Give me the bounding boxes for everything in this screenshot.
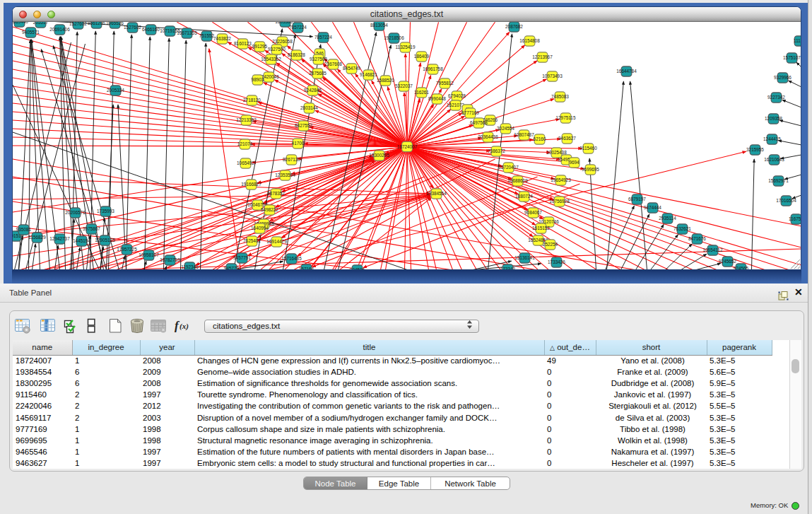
svg-text:18724007: 18724007 <box>397 144 418 149</box>
svg-text:1244415: 1244415 <box>763 136 781 141</box>
svg-text:10025438: 10025438 <box>546 150 567 155</box>
svg-text:(x): (x) <box>180 322 189 331</box>
svg-text:7625402: 7625402 <box>243 238 261 243</box>
svg-text:3975867: 3975867 <box>83 226 100 231</box>
svg-text:16671355: 16671355 <box>177 30 197 35</box>
svg-text:1733426: 1733426 <box>548 259 565 264</box>
svg-text:9242845: 9242845 <box>304 88 322 93</box>
svg-text:2935114: 2935114 <box>659 216 676 221</box>
svg-text:12975115: 12975115 <box>556 115 576 120</box>
svg-text:924565: 924565 <box>734 266 749 270</box>
svg-text:20364436: 20364436 <box>478 134 498 139</box>
svg-text:8160123: 8160123 <box>234 41 252 46</box>
svg-text:891295: 891295 <box>252 44 268 49</box>
svg-text:8561206: 8561206 <box>88 22 105 25</box>
svg-text:16914479: 16914479 <box>266 239 287 244</box>
svg-text:6879197: 6879197 <box>628 197 646 201</box>
svg-text:7463822: 7463822 <box>213 36 231 41</box>
svg-text:19218506: 19218506 <box>384 35 404 40</box>
svg-text:1156829: 1156829 <box>28 235 46 240</box>
svg-text:23226058: 23226058 <box>272 39 293 44</box>
svg-text:9115460: 9115460 <box>579 146 597 151</box>
svg-text:8454749: 8454749 <box>343 66 360 71</box>
svg-text:2367608: 2367608 <box>324 62 342 66</box>
svg-text:12942737: 12942737 <box>49 236 70 241</box>
svg-text:11178: 11178 <box>794 38 801 43</box>
svg-text:2803144: 2803144 <box>300 105 318 110</box>
svg-text:8186328: 8186328 <box>288 52 305 57</box>
svg-text:16033809: 16033809 <box>275 22 295 24</box>
svg-text:9245652: 9245652 <box>719 259 736 264</box>
svg-text:157164: 157164 <box>299 267 314 270</box>
svg-text:173342: 173342 <box>500 267 516 270</box>
svg-text:41700: 41700 <box>292 141 305 146</box>
svg-text:7485083: 7485083 <box>551 94 569 99</box>
svg-text:9327500: 9327500 <box>268 47 286 52</box>
svg-text:12353594: 12353594 <box>275 173 295 177</box>
svg-text:12213382: 12213382 <box>236 117 257 122</box>
svg-text:1527602: 1527602 <box>124 25 141 30</box>
svg-text:1640994: 1640994 <box>251 226 269 230</box>
svg-text:2005334: 2005334 <box>107 88 124 93</box>
svg-text:19654923: 19654923 <box>551 177 571 182</box>
svg-text:16154808: 16154808 <box>519 38 540 43</box>
svg-text:12905135: 12905135 <box>95 238 115 243</box>
svg-text:8427552: 8427552 <box>295 123 312 128</box>
svg-text:1527602: 1527602 <box>69 22 87 26</box>
svg-text:10958107: 10958107 <box>139 252 159 257</box>
svg-text:7386372: 7386372 <box>488 148 505 153</box>
svg-text:7632621: 7632621 <box>673 226 691 231</box>
svg-text:9457791: 9457791 <box>233 255 251 260</box>
svg-text:3875685: 3875685 <box>309 71 326 76</box>
svg-text:16644784: 16644784 <box>616 69 637 74</box>
svg-text:9405571: 9405571 <box>22 30 40 35</box>
svg-text:10807487: 10807487 <box>514 132 534 137</box>
svg-text:1880724: 1880724 <box>515 194 533 199</box>
svg-text:1065492: 1065492 <box>237 160 254 165</box>
svg-text:1869440: 1869440 <box>13 22 28 24</box>
svg-text:1065526: 1065526 <box>106 22 124 25</box>
svg-text:62160: 62160 <box>534 136 546 141</box>
svg-text:11325419: 11325419 <box>396 45 416 49</box>
svg-text:8990448: 8990448 <box>428 96 446 101</box>
svg-text:10973493: 10973493 <box>542 74 563 78</box>
svg-text:16543362: 16543362 <box>261 57 281 62</box>
svg-text:1575107: 1575107 <box>783 55 801 60</box>
svg-text:1588520: 1588520 <box>377 78 394 83</box>
svg-text:7857224: 7857224 <box>314 35 332 40</box>
svg-text:6466160: 6466160 <box>142 27 160 32</box>
svg-text:15716485: 15716485 <box>281 256 302 261</box>
svg-text:9474444: 9474444 <box>644 205 661 210</box>
svg-text:7857224: 7857224 <box>289 25 307 30</box>
svg-text:1445194: 1445194 <box>73 238 90 243</box>
svg-text:6497568: 6497568 <box>470 120 488 125</box>
svg-text:5498222: 5498222 <box>261 207 278 212</box>
svg-text:19384554: 19384554 <box>426 191 447 196</box>
svg-text:2718120: 2718120 <box>243 98 261 103</box>
svg-text:3024554: 3024554 <box>497 126 514 131</box>
svg-text:8813054: 8813054 <box>370 23 388 28</box>
svg-text:8878352: 8878352 <box>267 191 285 196</box>
svg-text:98903: 98903 <box>252 77 264 82</box>
svg-text:1192346: 1192346 <box>181 264 199 269</box>
svg-text:121074: 121074 <box>237 141 253 146</box>
svg-text:20691406: 20691406 <box>49 27 70 32</box>
svg-text:1735993: 1735993 <box>97 209 114 214</box>
svg-text:12213967: 12213967 <box>532 54 553 59</box>
svg-text:9227342: 9227342 <box>767 95 785 100</box>
svg-text:10756928: 10756928 <box>549 199 570 204</box>
svg-text:6794028: 6794028 <box>448 93 466 98</box>
svg-text:9327508: 9327508 <box>310 57 327 62</box>
svg-text:751552: 751552 <box>199 33 215 38</box>
svg-text:19166827: 19166827 <box>241 182 261 187</box>
svg-text:205517: 205517 <box>33 22 49 25</box>
svg-text:2087682: 2087682 <box>505 24 523 29</box>
svg-text:15692971: 15692971 <box>768 178 789 183</box>
svg-text:1209358: 1209358 <box>765 116 782 121</box>
svg-text:1615152: 1615152 <box>532 226 550 230</box>
svg-text:9146821: 9146821 <box>360 72 377 77</box>
svg-text:945779: 945779 <box>224 266 240 270</box>
svg-text:15720407: 15720407 <box>498 165 519 170</box>
svg-text:116261: 116261 <box>414 90 429 95</box>
svg-text:9463627: 9463627 <box>558 136 576 141</box>
